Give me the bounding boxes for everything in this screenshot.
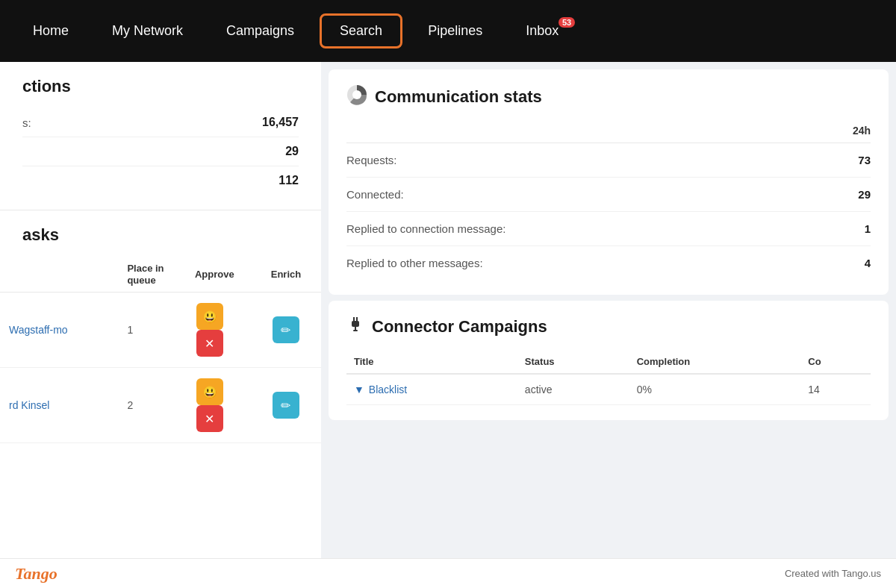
nav-inbox[interactable]: Inbox 53 <box>508 16 576 46</box>
reject-btn-1[interactable]: ✕ <box>196 330 223 357</box>
campaign-co-1: 14 <box>800 374 871 405</box>
svg-rect-6 <box>353 330 358 331</box>
campaign-status-1: active <box>517 374 629 405</box>
th-campaign-title: Title <box>346 350 517 374</box>
enrich-btn-1[interactable]: ✏ <box>273 316 299 343</box>
stats-period-row: 24h <box>346 122 871 143</box>
comm-stat-label-1: Connected: <box>346 188 404 201</box>
table-row: Wagstaff-mo 1 😃 ✕ ✏ <box>0 293 321 368</box>
task-queue-1: 1 <box>118 293 186 368</box>
th-approve: Approve <box>186 257 262 293</box>
comm-stat-value-2: 1 <box>865 222 871 235</box>
stat-row-3: 112 <box>22 166 299 195</box>
reject-btn-2[interactable]: ✕ <box>196 405 223 432</box>
th-queue: Place in queue <box>118 257 186 293</box>
stat-label-1: s: <box>22 116 31 129</box>
comm-stat-row-2: Replied to connection message: 1 <box>346 212 871 246</box>
actions-section: ctions s: 16,457 29 112 <box>0 62 321 210</box>
tasks-section: asks Place in queue Approve Enrich Wagst… <box>0 210 321 588</box>
plug-icon <box>346 316 364 338</box>
th-campaign-status: Status <box>517 350 629 374</box>
nav-search[interactable]: Search <box>320 13 402 49</box>
campaign-row: ▼ Blacklist active 0% 14 <box>346 374 871 405</box>
approve-btn-1[interactable]: 😃 <box>196 303 223 330</box>
nav-pipelines[interactable]: Pipelines <box>410 16 500 46</box>
campaign-name-1[interactable]: ▼ Blacklist <box>354 384 510 395</box>
connector-header: Connector Campaigns <box>346 316 871 338</box>
comm-stat-label-2: Replied to connection message: <box>346 222 505 235</box>
right-panel: Communication stats 24h Requests: 73 Con… <box>321 62 896 588</box>
period-label: 24h <box>853 125 871 137</box>
task-name-1[interactable]: Wagstaff-mo <box>9 324 68 336</box>
svg-rect-2 <box>353 317 355 321</box>
comm-stat-label-3: Replied to other messages: <box>346 257 483 269</box>
comm-stat-label-0: Requests: <box>346 154 397 166</box>
tasks-title: asks <box>0 225 321 245</box>
comm-stat-row-3: Replied to other messages: 4 <box>346 246 871 280</box>
comm-stats-card: Communication stats 24h Requests: 73 Con… <box>329 69 889 295</box>
comm-stat-row-1: Connected: 29 <box>346 178 871 212</box>
svg-rect-3 <box>356 317 358 321</box>
stat-row-2: 29 <box>22 137 299 166</box>
comm-stat-row-0: Requests: 73 <box>346 143 871 178</box>
comm-stats-title: Communication stats <box>375 87 542 107</box>
chart-icon <box>346 84 367 110</box>
svg-point-1 <box>352 90 361 99</box>
connector-campaigns-card: Connector Campaigns Title Status Complet… <box>329 301 889 420</box>
th-campaign-co: Co <box>800 350 871 374</box>
campaign-icon: ▼ <box>354 384 364 395</box>
nav-my-network[interactable]: My Network <box>94 16 201 46</box>
comm-stat-value-1: 29 <box>858 188 871 201</box>
left-panel: ctions s: 16,457 29 112 asks <box>0 62 321 588</box>
tasks-table: Place in queue Approve Enrich Wagstaff-m… <box>0 257 321 443</box>
th-name <box>0 257 118 293</box>
footer-credit: Created with Tango.us <box>785 568 881 579</box>
campaigns-table: Title Status Completion Co ▼ Blacklist <box>346 350 871 405</box>
svg-rect-4 <box>352 321 359 327</box>
nav-home[interactable]: Home <box>15 16 87 46</box>
comm-stats-header: Communication stats <box>346 84 871 110</box>
nav-campaigns[interactable]: Campaigns <box>208 16 312 46</box>
footer: Tango Created with Tango.us <box>0 558 896 588</box>
comm-stat-value-0: 73 <box>858 154 871 166</box>
actions-title: ctions <box>22 77 299 96</box>
stat-row: s: 16,457 <box>22 108 299 137</box>
task-name-2[interactable]: rd Kinsel <box>9 399 49 411</box>
comm-stat-value-3: 4 <box>865 257 871 269</box>
stat-value-3: 112 <box>279 174 299 187</box>
connector-title: Connector Campaigns <box>372 317 547 337</box>
stat-value-1: 16,457 <box>262 116 299 129</box>
campaign-completion-1: 0% <box>629 374 801 405</box>
approve-btn-2[interactable]: 😃 <box>196 378 223 405</box>
navbar: Home My Network Campaigns Search Pipelin… <box>0 0 896 62</box>
tango-logo: Tango <box>15 564 57 584</box>
inbox-badge: 53 <box>559 17 575 28</box>
enrich-btn-2[interactable]: ✏ <box>273 392 299 419</box>
stat-value-2: 29 <box>285 145 299 158</box>
main-content: ctions s: 16,457 29 112 asks <box>0 62 896 588</box>
task-queue-2: 2 <box>118 368 186 443</box>
table-row: rd Kinsel 2 😃 ✕ ✏ <box>0 368 321 443</box>
th-enrich: Enrich <box>262 257 321 293</box>
th-campaign-completion: Completion <box>629 350 801 374</box>
